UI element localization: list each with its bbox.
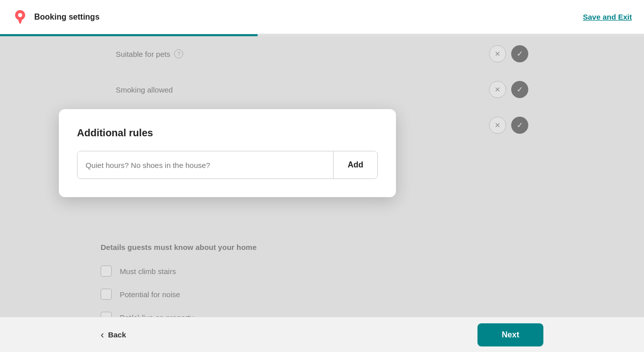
modal-container: Additional rules Add xyxy=(59,109,396,197)
modal-backdrop: Additional rules Add xyxy=(0,36,644,317)
header-left: Booking settings xyxy=(12,9,100,25)
progress-bar-container xyxy=(0,34,644,36)
page-title: Booking settings xyxy=(34,13,100,22)
header: Booking settings Save and Exit xyxy=(0,0,644,34)
bottom-bar: ‹ Back Next xyxy=(0,317,644,352)
back-label: Back xyxy=(108,330,126,339)
additional-rules-input[interactable] xyxy=(77,151,333,179)
back-button[interactable]: ‹ Back xyxy=(101,329,126,340)
next-button[interactable]: Next xyxy=(477,323,543,346)
modal-input-row: Add xyxy=(77,151,378,179)
additional-rules-modal: Additional rules Add xyxy=(59,109,396,197)
modal-add-button[interactable]: Add xyxy=(333,151,377,179)
airbnb-logo-icon xyxy=(12,9,28,25)
modal-title: Additional rules xyxy=(77,127,378,139)
svg-point-0 xyxy=(18,13,22,17)
save-exit-button[interactable]: Save and Exit xyxy=(583,13,632,21)
progress-bar-fill xyxy=(0,34,258,36)
chevron-left-icon: ‹ xyxy=(101,329,104,340)
